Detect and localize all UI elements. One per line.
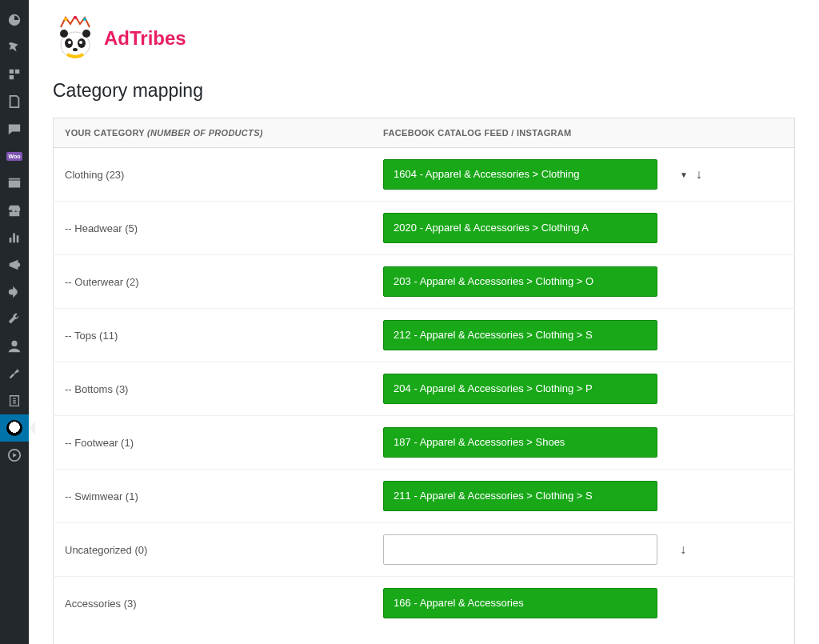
sidebar-dashboard[interactable] [0, 6, 29, 34]
woo-icon: Woo [6, 152, 22, 161]
feed-category-input[interactable]: 211 - Apparel & Accessories > Clothing >… [383, 481, 657, 511]
feed-cell: 203 - Apparel & Accessories > Clothing >… [372, 255, 669, 309]
table-row: -- Headwear (5)2020 - Apparel & Accessor… [54, 202, 795, 255]
svg-point-9 [68, 41, 71, 44]
table-row: Accessories (3)166 - Apparel & Accessori… [54, 577, 795, 630]
sidebar-comments[interactable] [0, 115, 29, 142]
sidebar-products[interactable] [0, 170, 29, 197]
feed-category-input[interactable]: 166 - Apparel & Accessories [383, 588, 657, 618]
action-cell [669, 470, 795, 523]
comments-icon [7, 122, 22, 136]
table-row: Uncategorized (0)↓ [54, 523, 795, 577]
arrow-down-icon[interactable]: ↓ [696, 167, 702, 182]
sidebar-woo[interactable]: Woo [0, 142, 29, 170]
category-label: Uncategorized (0) [54, 523, 373, 577]
pin-icon [7, 40, 22, 54]
feed-cell: 212 - Apparel & Accessories > Clothing >… [372, 309, 669, 362]
arrow-down-icon[interactable]: ↓ [680, 542, 686, 557]
feed-category-input[interactable]: 203 - Apparel & Accessories > Clothing >… [383, 266, 657, 297]
pages-icon [7, 94, 22, 109]
svg-point-10 [79, 41, 82, 44]
adtribes-icon [6, 420, 22, 436]
brand-name: AdTribes [104, 27, 186, 50]
media-icon [7, 67, 22, 82]
category-label: -- Footwear (1) [54, 416, 373, 470]
category-label: -- Swimwear (1) [54, 470, 373, 523]
caret-down-icon[interactable]: ▼ [680, 170, 688, 179]
th-action [669, 118, 795, 148]
table-row: -- Bottoms (3)204 - Apparel & Accessorie… [54, 362, 795, 416]
sidebar-video[interactable] [0, 442, 29, 469]
action-cell [669, 309, 795, 362]
th-category: YOUR CATEGORY (NUMBER OF PRODUCTS) [54, 118, 373, 148]
feed-cell: 204 - Apparel & Accessories > Clothing >… [372, 362, 669, 416]
action-cell [669, 416, 795, 470]
th-feed: FACEBOOK CATALOG FEED / INSTAGRAM [372, 118, 669, 148]
feed-category-input[interactable]: 1604 - Apparel & Accessories > Clothing [383, 159, 657, 190]
sidebar-plugins[interactable] [0, 278, 29, 306]
sidebar-analytics[interactable] [0, 224, 29, 251]
svg-point-1 [64, 18, 67, 21]
sidebar-marketing[interactable] [0, 251, 29, 278]
category-label: -- Outerwear (2) [54, 255, 373, 309]
feed-cell: 166 - Apparel & Accessories [372, 577, 669, 630]
feed-category-input[interactable]: 212 - Apparel & Accessories > Clothing >… [383, 320, 657, 350]
table-row: -- Footwear (1)187 - Apparel & Accessori… [54, 416, 795, 470]
table-row: -- Swimwear (1)211 - Apparel & Accessori… [54, 470, 795, 523]
category-label: -- Bottoms (3) [54, 362, 373, 416]
feed-category-input[interactable]: 204 - Apparel & Accessories > Clothing >… [383, 374, 657, 404]
plugins-icon [7, 285, 22, 299]
analytics-icon [7, 230, 22, 245]
import-icon [7, 394, 22, 408]
sidebar-pin[interactable] [0, 34, 29, 61]
category-label: -- Headwear (5) [54, 202, 373, 255]
action-cell [669, 577, 795, 630]
sidebar-users[interactable] [0, 333, 29, 360]
category-label: Clothing (23) [54, 148, 373, 202]
action-cell [669, 362, 795, 416]
settings-icon [7, 366, 22, 381]
feed-cell: 187 - Apparel & Accessories > Shoes [372, 416, 669, 470]
action-cell: ▼↓ [669, 148, 795, 202]
feed-category-input[interactable] [383, 534, 657, 565]
svg-point-3 [83, 18, 86, 21]
logo-panda-icon [53, 16, 98, 61]
action-cell: ↓ [669, 523, 795, 577]
sidebar-media[interactable] [0, 61, 29, 88]
marketing-icon [7, 258, 22, 272]
users-icon [7, 339, 22, 354]
products-icon [7, 176, 22, 190]
feed-category-input[interactable]: 187 - Apparel & Accessories > Shoes [383, 427, 657, 458]
sidebar-import[interactable] [0, 387, 29, 414]
sidebar-pages[interactable] [0, 88, 29, 115]
sidebar-tools[interactable] [0, 306, 29, 333]
svg-point-2 [74, 16, 77, 19]
sidebar-store[interactable] [0, 197, 29, 224]
sidebar-settings[interactable] [0, 360, 29, 387]
feed-category-input[interactable]: 2020 - Apparel & Accessories > Clothing … [383, 213, 657, 243]
feed-cell: 2020 - Apparel & Accessories > Clothing … [372, 202, 669, 255]
svg-point-11 [73, 48, 78, 51]
category-label: Accessories (3) [54, 577, 373, 630]
svg-point-5 [60, 30, 68, 38]
page-title: Category mapping [53, 80, 795, 102]
sidebar-adtribes[interactable] [0, 414, 29, 442]
feed-cell [372, 523, 669, 577]
table-row: Clothing (23)1604 - Apparel & Accessorie… [54, 148, 795, 202]
feed-cell: 211 - Apparel & Accessories > Clothing >… [372, 470, 669, 523]
action-cell [669, 202, 795, 255]
table-row: -- Outerwear (2)203 - Apparel & Accessor… [54, 255, 795, 309]
store-icon [7, 203, 22, 218]
svg-point-6 [82, 30, 90, 38]
category-label: -- Tops (11) [54, 309, 373, 362]
main-content: AdTribes Category mapping YOUR CATEGORY … [29, 0, 819, 644]
brand-logo: AdTribes [53, 16, 795, 61]
action-cell [669, 255, 795, 309]
table-row: -- Tops (11)212 - Apparel & Accessories … [54, 309, 795, 362]
category-mapping-table: YOUR CATEGORY (NUMBER OF PRODUCTS) FACEB… [53, 118, 795, 644]
tools-icon [7, 312, 22, 326]
admin-sidebar: Woo [0, 0, 29, 644]
dashboard-icon [7, 13, 22, 27]
video-icon [7, 448, 22, 462]
feed-cell: 1604 - Apparel & Accessories > Clothing [372, 148, 669, 202]
